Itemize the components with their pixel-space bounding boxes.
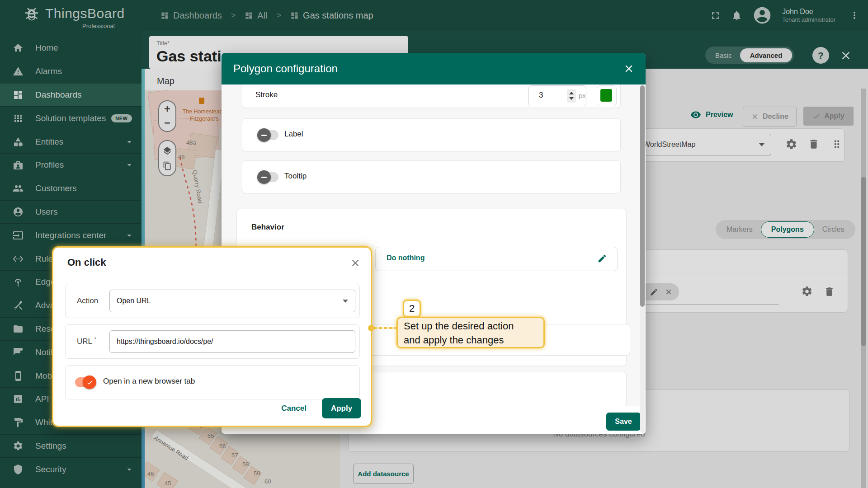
stroke-color-picker[interactable] xyxy=(597,85,617,106)
url-input[interactable]: https://thingsboard.io/docs/pe/ xyxy=(109,330,355,353)
save-button[interactable]: Save xyxy=(606,413,641,431)
newtab-toggle-row: Open in a new browser tab xyxy=(65,365,360,399)
cancel-button[interactable]: Cancel xyxy=(281,404,307,413)
apply-button[interactable]: Apply xyxy=(322,398,361,418)
tour-connector-line xyxy=(373,327,398,329)
stroke-label: Stroke xyxy=(255,90,278,99)
stepper-up-icon[interactable] xyxy=(569,92,574,94)
stroke-unit: px xyxy=(579,92,586,99)
on-click-dialog: On click Action Open URL URL * https://t… xyxy=(52,246,372,427)
url-field-row: URL * https://thingsboard.io/docs/pe/ xyxy=(65,324,360,359)
tour-tooltip: Set up the desired action and apply the … xyxy=(396,317,545,348)
onclick-action-box[interactable]: Do nothing xyxy=(375,247,618,271)
action-select[interactable]: Open URL xyxy=(109,290,355,312)
number-stepper[interactable] xyxy=(567,89,576,103)
action-field-label: Action xyxy=(77,284,98,318)
thingsboard-app: ThingsBoard Professional Dashboards > Al… xyxy=(0,0,868,488)
required-asterisk: * xyxy=(94,336,96,343)
newtab-toggle[interactable] xyxy=(75,377,95,387)
modal-scrollbar-track[interactable] xyxy=(640,85,645,433)
label-card: Label xyxy=(242,118,621,151)
onclick-action-value: Do nothing xyxy=(387,254,425,262)
dialog-title: On click xyxy=(67,257,106,268)
behavior-section-title: Behavior xyxy=(251,223,284,232)
close-icon[interactable] xyxy=(623,63,635,75)
dropdown-arrow-icon xyxy=(343,300,348,303)
label-toggle-label: Label xyxy=(284,130,303,139)
tour-text-line1: Set up the desired action xyxy=(404,319,538,333)
modal-header: Polygon configuration xyxy=(222,53,646,84)
stroke-color-swatch[interactable] xyxy=(600,89,612,102)
stroke-width-input[interactable]: 3 px xyxy=(528,85,586,106)
tooltip-card: Tooltip xyxy=(242,160,621,193)
edit-pencil-icon[interactable] xyxy=(597,253,607,263)
modal-title: Polygon configuration xyxy=(233,53,338,84)
action-field-row: Action Open URL xyxy=(65,284,360,318)
newtab-toggle-label: Open in a new browser tab xyxy=(103,377,195,386)
url-field-label: URL * xyxy=(77,325,96,358)
label-toggle[interactable] xyxy=(259,130,278,140)
modal-scrollbar-thumb[interactable] xyxy=(640,85,645,307)
tooltip-toggle-label: Tooltip xyxy=(284,172,307,181)
tour-step-badge: 2 xyxy=(403,300,421,318)
stepper-down-icon[interactable] xyxy=(569,97,574,100)
tooltip-toggle[interactable] xyxy=(259,172,278,182)
tour-text-line2: and apply the changes xyxy=(404,333,538,347)
close-icon[interactable] xyxy=(350,258,361,268)
